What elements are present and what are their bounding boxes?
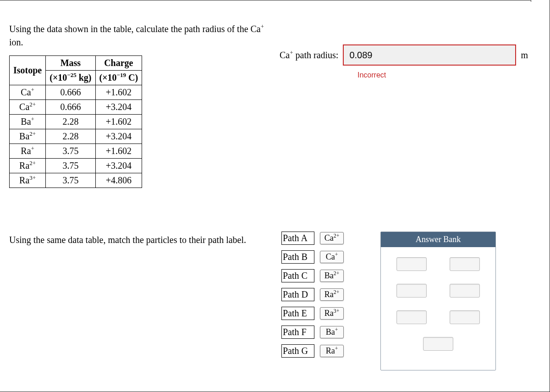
particle-chip[interactable]: Ba2+ [320, 270, 344, 282]
cell-isotope: Ca+ [10, 85, 46, 100]
answer-bank: Answer Bank [380, 232, 496, 370]
match-row: Path BCa+ [281, 250, 344, 264]
path-label: Path B [281, 250, 314, 264]
cell-isotope: Ba+ [10, 115, 46, 129]
cell-mass: 3.75 [46, 173, 95, 188]
bank-slot[interactable] [396, 284, 427, 298]
th-mass: Mass [46, 56, 95, 71]
answer-bank-title: Answer Bank [381, 232, 495, 247]
table-row: Ra2+3.75+3.204 [10, 159, 142, 173]
particle-chip[interactable]: Ra+ [320, 345, 344, 357]
path-label: Path E [281, 307, 314, 320]
answer-area: Ca+ path radius: m [280, 44, 528, 66]
table-row: Ra+3.75+1.602 [10, 144, 142, 159]
match-row: Path FBa+ [281, 326, 344, 339]
table-row: Ba2+2.28+3.204 [10, 129, 142, 144]
cell-mass: 0.666 [46, 85, 95, 100]
particle-chip[interactable]: Ca2+ [320, 232, 344, 244]
cell-isotope: Ra+ [10, 144, 46, 159]
answer-unit: m [521, 50, 528, 61]
path-label: Path F [281, 326, 314, 339]
path-radius-input[interactable] [343, 44, 516, 66]
table-row: Ca2+0.666+3.204 [10, 100, 142, 115]
question1-prompt: Using the data shown in the table, calcu… [9, 22, 266, 49]
cell-mass: 0.666 [46, 100, 95, 115]
question2-prompt: Using the same data table, match the par… [9, 233, 257, 247]
q1-ion: Ca+ [251, 24, 264, 34]
cell-isotope: Ra2+ [10, 159, 46, 173]
cell-isotope: Ba2+ [10, 129, 46, 144]
cell-isotope: Ca2+ [10, 100, 46, 115]
th-isotope: Isotope [10, 56, 46, 85]
cell-charge: +1.602 [95, 144, 142, 159]
match-row: Path GRa+ [281, 344, 344, 358]
path-label: Path C [281, 269, 314, 282]
bank-slot[interactable] [423, 337, 453, 351]
cell-mass: 2.28 [46, 115, 95, 129]
cell-isotope: Ra3+ [10, 173, 46, 188]
cell-charge: +1.602 [95, 115, 142, 129]
bank-slot[interactable] [450, 310, 480, 324]
match-row: Path CBa2+ [281, 269, 344, 282]
cell-mass: 3.75 [46, 144, 95, 159]
particle-chip[interactable]: Ca+ [320, 251, 344, 263]
answer-bank-body[interactable] [381, 247, 495, 370]
cell-charge: +3.204 [95, 129, 142, 144]
cell-charge: +3.204 [95, 159, 142, 173]
tab-stub [531, 0, 550, 2]
feedback-text: Incorrect [358, 71, 386, 79]
path-label: Path D [281, 288, 314, 301]
bank-slot[interactable] [396, 257, 427, 271]
table-row: Ba+2.28+1.602 [10, 115, 142, 129]
match-row: Path ERa3+ [281, 307, 344, 320]
match-area: Path ACa2+Path BCa+Path CBa2+Path DRa2+P… [281, 232, 344, 363]
q1-text-part1: Using the data shown in the table, calcu… [9, 24, 251, 34]
path-label: Path G [281, 344, 314, 358]
bank-slot[interactable] [396, 310, 427, 324]
cell-mass: 3.75 [46, 159, 95, 173]
question-panel: Using the data shown in the table, calcu… [0, 0, 550, 392]
table-row: Ca+0.666+1.602 [10, 85, 142, 100]
th-charge-unit: (×10−19 C) [95, 71, 142, 85]
bank-slot[interactable] [450, 257, 480, 271]
th-mass-unit: (×10−25 kg) [46, 71, 95, 85]
cell-charge: +3.204 [95, 100, 142, 115]
particle-chip[interactable]: Ba+ [320, 326, 344, 338]
particle-chip[interactable]: Ra3+ [320, 307, 344, 320]
th-charge: Charge [95, 56, 142, 71]
table-row: Ra3+3.75+4.806 [10, 173, 142, 188]
match-row: Path DRa2+ [281, 288, 344, 301]
q1-text-part2: ion. [9, 37, 23, 47]
match-row: Path ACa2+ [281, 232, 344, 245]
particle-chip[interactable]: Ra2+ [320, 288, 344, 301]
path-label: Path A [281, 232, 314, 245]
cell-charge: +4.806 [95, 173, 142, 188]
answer-label: Ca+ path radius: [280, 50, 338, 61]
cell-mass: 2.28 [46, 129, 95, 144]
cell-charge: +1.602 [95, 85, 142, 100]
isotope-tbody: Ca+0.666+1.602Ca2+0.666+3.204Ba+2.28+1.6… [10, 85, 142, 188]
isotope-table: Isotope Mass Charge (×10−25 kg) (×10−19 … [9, 55, 142, 188]
bank-slot[interactable] [450, 284, 480, 298]
